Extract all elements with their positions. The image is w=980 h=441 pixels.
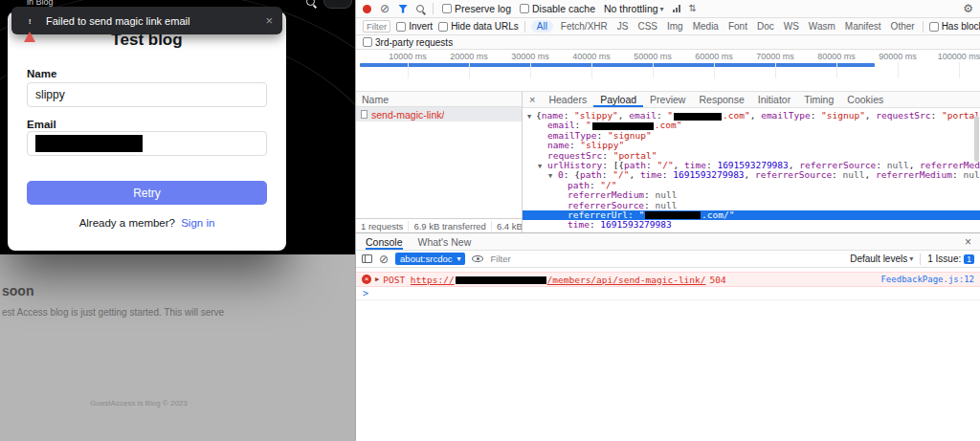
log-levels-value: Default levels [850, 254, 907, 264]
payload-line[interactable]: name: "slippy" [523, 141, 980, 150]
error-source-link[interactable]: FeedbackPage.js:12 [880, 275, 974, 284]
issues-counter[interactable]: 1 Issue: 1 [927, 254, 974, 264]
record-icon[interactable] [363, 5, 371, 13]
has-blocked-cookies-checkbox[interactable] [929, 22, 939, 32]
console-filter-input[interactable]: Filter [490, 254, 510, 264]
filter-funnel-icon[interactable] [398, 5, 408, 13]
expand-triangle-icon[interactable]: ▼ [527, 112, 531, 121]
network-filter-input[interactable]: Filter [363, 20, 390, 33]
filter-chip-fetch-xhr[interactable]: Fetch/XHR [559, 20, 610, 33]
payload-line[interactable]: requestSrc: "portal" [523, 151, 980, 161]
network-conditions-icon[interactable] [673, 5, 680, 12]
payload-line[interactable]: referrerMedium: null [523, 190, 980, 200]
payload-segment: null [656, 190, 678, 200]
payload-line[interactable]: ▼{name: "slippy", email: ".com", emailTy… [523, 111, 980, 121]
timeline-ruler[interactable]: 10000 ms20000 ms30000 ms40000 ms50000 ms… [356, 50, 980, 92]
payload-line[interactable]: ▼0: {path: "/", time: 1691593279983, ref… [523, 170, 980, 180]
disable-cache-checkbox[interactable] [520, 4, 529, 13]
payload-line[interactable]: emailType: "signup" [523, 131, 980, 141]
live-expression-eye-icon[interactable] [472, 255, 483, 262]
signin-link[interactable]: Sign in [181, 217, 214, 229]
scrollbar-thumb[interactable] [974, 116, 979, 162]
payload-line[interactable]: email: ".com" [523, 121, 980, 130]
payload-line[interactable]: referrerUrl: ".com/" [523, 210, 980, 220]
tab-console[interactable]: Console [366, 233, 403, 250]
filter-chip-img[interactable]: Img [665, 20, 685, 33]
import-export-icon[interactable]: ⇅ [689, 4, 697, 13]
payload-line[interactable]: time: 1691593279983 [523, 220, 980, 230]
document-icon [361, 110, 368, 119]
network-search-icon[interactable] [416, 5, 424, 12]
hide-data-urls-checkbox[interactable] [438, 22, 448, 32]
filter-chip-media[interactable]: Media [691, 20, 721, 33]
name-column-header[interactable]: Name [356, 92, 522, 107]
filter-chip-css[interactable]: CSS [635, 20, 659, 33]
expand-error-icon[interactable]: ▶ [375, 276, 379, 283]
throttling-dropdown[interactable]: No throttling ▾ [604, 3, 664, 14]
payload-line[interactable]: ▼urlHistory: [{path: "/", time: 16915932… [523, 161, 980, 170]
filter-chip-js[interactable]: JS [615, 20, 631, 33]
third-party-toggle[interactable]: 3rd-party requests [363, 37, 453, 48]
third-party-checkbox[interactable] [363, 37, 372, 47]
filter-chip-doc[interactable]: Doc [755, 20, 776, 33]
hide-data-urls-toggle[interactable]: Hide data URLs [438, 21, 519, 32]
preserve-log-checkbox[interactable] [442, 4, 452, 13]
retry-button[interactable]: Retry [27, 181, 267, 205]
status-item: 1 requests [356, 221, 409, 232]
disable-cache-toggle[interactable]: Disable cache [520, 3, 595, 14]
payload-segment: , [865, 111, 876, 121]
has-blocked-cookies-toggle[interactable]: Has blocked cookies [929, 21, 980, 32]
payload-segment: null [887, 161, 909, 170]
console-prompt[interactable]: > [356, 287, 980, 300]
timeline-tick: 20000 ms [442, 52, 496, 61]
detail-tab-response[interactable]: Response [692, 92, 750, 107]
error-url[interactable]: https:///members/api/send-magic-link/ [411, 275, 706, 285]
toast-close-icon[interactable]: × [265, 13, 273, 28]
clear-icon[interactable]: ⊘ [380, 3, 390, 14]
payload-segment: referrerUrl [568, 210, 628, 220]
detail-tab-timing[interactable]: Timing [797, 92, 840, 107]
console-error-row[interactable]: ▶ POST https:///members/api/send-magic-l… [356, 272, 980, 287]
page-heading-fragment: soon [2, 283, 33, 298]
detail-tab-headers[interactable]: Headers [542, 92, 593, 107]
context-value: about:srcdoc [400, 254, 452, 264]
filter-chip-ws[interactable]: WS [782, 20, 801, 33]
console-sidebar-icon[interactable] [362, 254, 372, 263]
close-drawer-icon[interactable]: × [965, 235, 980, 249]
payload-segment: : [876, 161, 886, 170]
filter-chip-font[interactable]: Font [726, 20, 749, 33]
name-input[interactable]: slippy [27, 82, 267, 107]
log-levels-dropdown[interactable]: Default levels ▾ [850, 254, 913, 264]
email-input[interactable] [27, 131, 267, 156]
detail-tab-cookies[interactable]: Cookies [840, 92, 890, 107]
redaction-box [645, 211, 701, 219]
invert-checkbox[interactable] [396, 22, 406, 32]
request-row[interactable]: send-magic-link/ [356, 107, 522, 121]
error-method: POST [383, 275, 405, 285]
payload-line[interactable]: referrerSource: null [523, 201, 980, 210]
chevron-down-icon: ▾ [457, 254, 460, 263]
gear-icon[interactable]: ⚙ [963, 3, 973, 14]
filter-chip-wasm[interactable]: Wasm [807, 20, 837, 33]
expand-triangle-icon[interactable]: ▼ [548, 171, 552, 180]
close-icon[interactable]: × [523, 94, 542, 105]
filter-chip-all[interactable]: All [531, 20, 553, 33]
detail-tab-initiator[interactable]: Initiator [751, 92, 797, 107]
chevron-down-icon: ▾ [660, 5, 664, 13]
clear-console-icon[interactable]: ⊘ [379, 254, 389, 265]
search-icon[interactable] [306, 0, 315, 6]
payload-segment: : [628, 210, 638, 220]
tab-whats-new[interactable]: What's New [418, 233, 472, 250]
nav-pill-button[interactable] [323, 0, 352, 9]
error-url-suffix: /members/api/send-magic-link/ [547, 275, 706, 285]
expand-triangle-icon[interactable]: ▼ [538, 162, 542, 170]
preserve-log-toggle[interactable]: Preserve log [442, 3, 511, 14]
detail-tab-payload[interactable]: Payload [593, 92, 643, 107]
signup-modal: Test blog Name slippy Email Retry Alread… [8, 11, 286, 251]
filter-chip-other[interactable]: Other [889, 20, 917, 33]
invert-toggle[interactable]: Invert [396, 21, 433, 32]
payload-line[interactable]: path: "/" [523, 181, 980, 190]
context-selector[interactable]: about:srcdoc ▾ [395, 253, 465, 265]
detail-tab-preview[interactable]: Preview [643, 92, 692, 107]
filter-chip-manifest[interactable]: Manifest [843, 20, 883, 33]
